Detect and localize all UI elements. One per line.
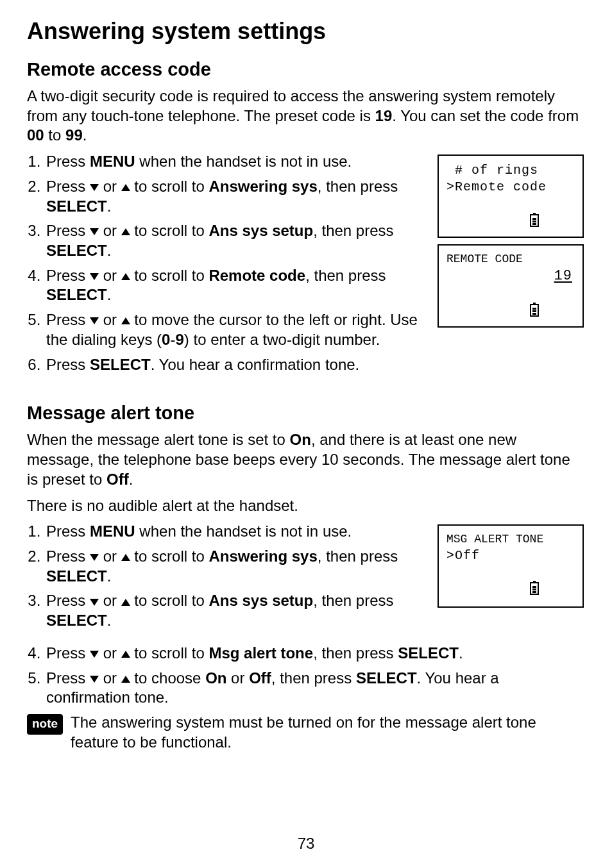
lcd-line: >Off	[446, 547, 576, 564]
arrow-down-icon	[90, 228, 99, 235]
note-row: note The answering system must be turned…	[27, 713, 585, 752]
msg-alert-intro-paragraph: When the message alert tone is set to On…	[27, 430, 585, 489]
lcd-msg-alert-tone: MSG ALERT TONE >Off	[438, 524, 584, 608]
arrow-up-icon	[121, 554, 130, 561]
msg-alert-content-row-top: Press MENU when the handset is not in us…	[27, 522, 585, 636]
remote-step-2: Press or to scroll to Answering sys, the…	[45, 177, 422, 216]
msg-alert-lcd-column: MSG ALERT TONE >Off	[438, 522, 585, 608]
battery-icon	[530, 304, 539, 317]
lcd-remote-code-entry: REMOTE CODE 19	[438, 244, 584, 328]
manual-page: Answering system settings Remote access …	[0, 0, 612, 868]
lcd-title: MSG ALERT TONE	[446, 532, 576, 547]
arrow-down-icon	[90, 554, 99, 561]
arrow-down-icon	[90, 599, 99, 606]
remote-steps-list: Press MENU when the handset is not in us…	[27, 152, 422, 380]
battery-icon	[530, 582, 539, 595]
arrow-down-icon	[90, 676, 99, 683]
lcd-line: # of rings	[446, 162, 576, 179]
section-heading-remote-access-code: Remote access code	[27, 59, 585, 80]
msg-alert-intro2-paragraph: There is no audible alert at the handset…	[27, 496, 585, 516]
remote-code-value: 19	[554, 268, 572, 284]
msg-alert-step-1: Press MENU when the handset is not in us…	[45, 522, 422, 542]
remote-intro-paragraph: A two-digit security code is required to…	[27, 87, 585, 146]
note-badge: note	[27, 714, 63, 735]
arrow-down-icon	[90, 184, 99, 191]
lcd-battery-row	[446, 196, 576, 246]
remote-step-1: Press MENU when the handset is not in us…	[45, 152, 422, 172]
msg-alert-steps-list-bottom: Press or to scroll to Msg alert tone, th…	[27, 644, 585, 708]
lcd-title: REMOTE CODE	[446, 252, 576, 267]
remote-lcd-column: # of rings >Remote code REMOTE CODE 19	[438, 152, 585, 328]
note-text: The answering system must be turned on f…	[71, 713, 585, 752]
arrow-down-icon	[90, 317, 99, 324]
arrow-up-icon	[121, 273, 130, 280]
page-title: Answering system settings	[27, 18, 585, 45]
msg-alert-step-4: Press or to scroll to Msg alert tone, th…	[45, 644, 585, 664]
msg-alert-step-5: Press or to choose On or Off, then press…	[45, 669, 585, 708]
page-number: 73	[0, 835, 612, 853]
battery-icon	[530, 214, 539, 227]
remote-step-6: Press SELECT. You hear a confirmation to…	[45, 355, 422, 375]
arrow-up-icon	[121, 317, 130, 324]
remote-step-4: Press or to scroll to Remote code, then …	[45, 266, 422, 305]
arrow-up-icon	[121, 651, 130, 658]
remote-step-5: Press or to move the cursor to the left …	[45, 310, 422, 349]
lcd-battery-row	[446, 564, 576, 614]
arrow-down-icon	[90, 651, 99, 658]
lcd-value-row: 19	[446, 267, 576, 286]
msg-alert-step-3: Press or to scroll to Ans sys setup, the…	[45, 591, 422, 630]
section-heading-message-alert-tone: Message alert tone	[27, 403, 585, 424]
arrow-up-icon	[121, 228, 130, 235]
remote-content-row: Press MENU when the handset is not in us…	[27, 152, 585, 380]
lcd-battery-row	[446, 285, 576, 335]
arrow-down-icon	[90, 273, 99, 280]
lcd-line: >Remote code	[446, 179, 576, 196]
arrow-up-icon	[121, 599, 130, 606]
arrow-up-icon	[121, 184, 130, 191]
remote-step-3: Press or to scroll to Ans sys setup, the…	[45, 221, 422, 260]
arrow-up-icon	[121, 676, 130, 683]
msg-alert-steps-list-top: Press MENU when the handset is not in us…	[27, 522, 422, 636]
lcd-remote-menu: # of rings >Remote code	[438, 154, 584, 238]
msg-alert-step-2: Press or to scroll to Answering sys, the…	[45, 547, 422, 586]
